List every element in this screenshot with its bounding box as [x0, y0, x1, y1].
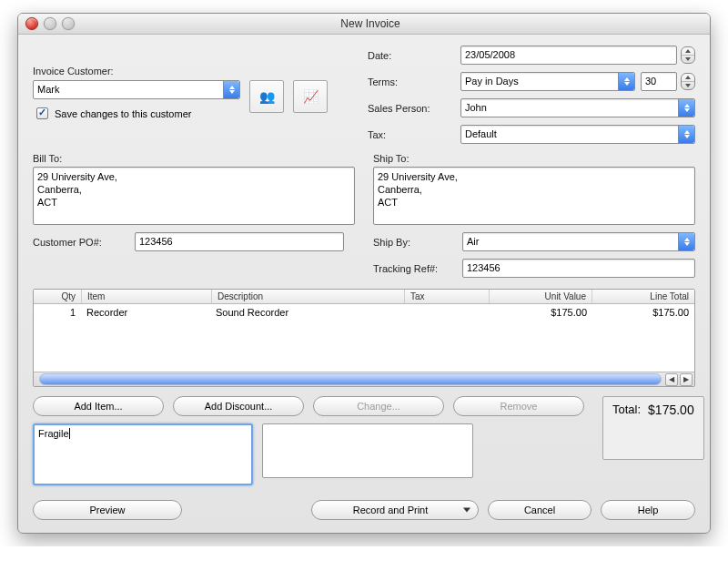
- sales-person-combo[interactable]: John: [460, 98, 695, 117]
- people-icon: 👥: [259, 89, 275, 104]
- invoice-customer-label: Invoice Customer:: [33, 66, 342, 76]
- tax-combo[interactable]: Default: [460, 125, 695, 144]
- dropdown-icon: [223, 81, 239, 98]
- remove-button[interactable]: Remove: [453, 396, 584, 416]
- scroll-right-icon[interactable]: ▶: [680, 373, 693, 386]
- terms-combo[interactable]: Pay in Days: [460, 72, 635, 91]
- change-button[interactable]: Change...: [313, 396, 444, 416]
- comment-field[interactable]: Fragile: [33, 423, 253, 485]
- col-lt[interactable]: Line Total: [592, 290, 694, 303]
- record-and-print-button[interactable]: Record and Print: [311, 500, 479, 520]
- ship-to-field[interactable]: 29 University Ave, Canberra, ACT: [373, 167, 695, 225]
- report-icon-button[interactable]: 📈: [293, 80, 328, 113]
- line-items-table: Qty Item Description Tax Unit Value Line…: [33, 289, 695, 387]
- save-changes-checkbox[interactable]: Save changes to this customer: [33, 105, 240, 122]
- add-item-button[interactable]: Add Item...: [33, 396, 164, 416]
- new-invoice-window: New Invoice Invoice Customer: Mark: [17, 13, 711, 534]
- preview-button[interactable]: Preview: [33, 500, 182, 520]
- col-item[interactable]: Item: [82, 290, 212, 303]
- tracking-label: Tracking Ref#:: [373, 263, 451, 274]
- total-value: $175.00: [648, 403, 694, 417]
- col-uv[interactable]: Unit Value: [490, 290, 592, 303]
- dropdown-icon: [678, 233, 694, 250]
- col-desc[interactable]: Description: [212, 290, 405, 303]
- bill-to-label: Bill To:: [33, 153, 355, 164]
- table-row[interactable]: 1 Recorder Sound Recorder $175.00 $175.0…: [34, 304, 694, 320]
- sales-person-label: Sales Person:: [368, 103, 450, 114]
- save-changes-label: Save changes to this customer: [55, 108, 191, 119]
- customer-combo-value: Mark: [37, 84, 59, 95]
- dropdown-icon: [678, 126, 694, 143]
- cancel-button[interactable]: Cancel: [488, 500, 592, 520]
- terms-label: Terms:: [368, 76, 450, 87]
- window-title: New Invoice: [38, 17, 703, 30]
- total-box: Total: $175.00: [602, 396, 704, 460]
- col-qty[interactable]: Qty: [34, 290, 82, 303]
- customer-combo[interactable]: Mark: [33, 80, 240, 99]
- terms-days-stepper[interactable]: [681, 73, 695, 90]
- tax-label: Tax:: [368, 129, 450, 140]
- ship-by-combo[interactable]: Air: [462, 232, 695, 251]
- terms-days-field[interactable]: 30: [641, 72, 677, 91]
- tracking-field[interactable]: 123456: [462, 259, 695, 278]
- total-label: Total:: [612, 403, 641, 416]
- date-label: Date:: [368, 50, 450, 61]
- chevron-down-icon: [463, 508, 470, 513]
- add-discount-button[interactable]: Add Discount...: [173, 396, 304, 416]
- dropdown-icon: [618, 73, 634, 90]
- table-scrollbar[interactable]: ◀ ▶: [34, 372, 694, 386]
- date-field[interactable]: 23/05/2008: [460, 46, 677, 65]
- po-field[interactable]: 123456: [135, 232, 344, 251]
- private-notes-field[interactable]: [262, 423, 473, 478]
- po-label: Customer PO#:: [33, 237, 126, 248]
- col-tax[interactable]: Tax: [405, 290, 490, 303]
- close-icon[interactable]: [25, 17, 38, 30]
- ship-to-label: Ship To:: [373, 153, 695, 164]
- date-stepper[interactable]: [681, 46, 695, 64]
- scroll-left-icon[interactable]: ◀: [665, 373, 678, 386]
- customers-icon-button[interactable]: 👥: [249, 80, 284, 113]
- ship-by-label: Ship By:: [373, 237, 451, 248]
- titlebar[interactable]: New Invoice: [18, 14, 710, 35]
- dropdown-icon: [678, 99, 694, 117]
- chart-icon: 📈: [303, 89, 318, 104]
- bill-to-field[interactable]: 29 University Ave, Canberra, ACT: [33, 167, 355, 225]
- help-button[interactable]: Help: [601, 500, 695, 520]
